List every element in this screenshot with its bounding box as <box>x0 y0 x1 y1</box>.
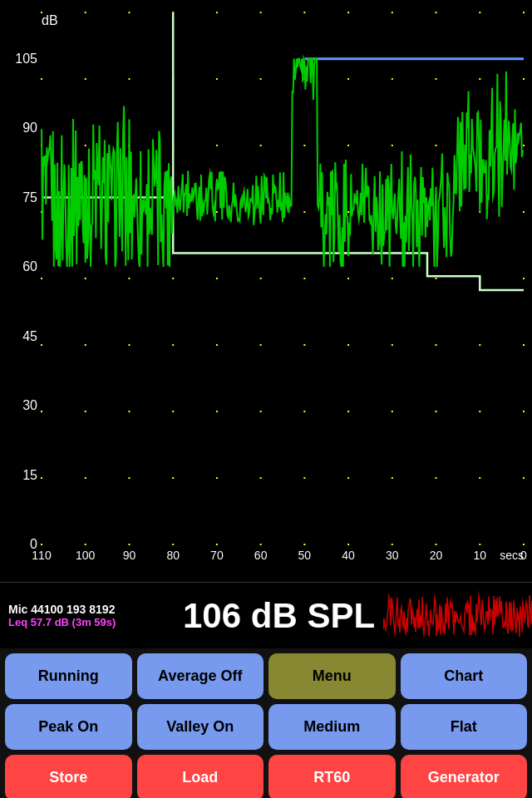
flat-button[interactable]: Flat <box>401 704 528 750</box>
button-area: Running Average Off Menu Chart Peak On V… <box>0 648 532 798</box>
menu-button[interactable]: Menu <box>268 653 396 699</box>
running-button[interactable]: Running <box>5 653 132 699</box>
button-row-3: Store Load RT60 Generator <box>5 755 527 798</box>
leq-line: Leq 57.7 dB (3m 59s) <box>8 616 175 628</box>
waveform-mini <box>383 587 532 645</box>
chart-area <box>0 0 532 582</box>
button-row-2: Peak On Valley On Medium Flat <box>5 704 527 750</box>
spl-display: 106 dB SPL <box>183 596 375 636</box>
rt60-button[interactable]: RT60 <box>268 755 396 798</box>
button-row-1: Running Average Off Menu Chart <box>5 653 527 699</box>
store-button[interactable]: Store <box>5 755 132 798</box>
peak-on-button[interactable]: Peak On <box>5 704 132 750</box>
valley-on-button[interactable]: Valley On <box>137 704 264 750</box>
medium-button[interactable]: Medium <box>268 704 396 750</box>
generator-button[interactable]: Generator <box>401 755 528 798</box>
info-bar: Mic 44100 193 8192 Leq 57.7 dB (3m 59s) … <box>0 582 532 648</box>
load-button[interactable]: Load <box>137 755 264 798</box>
average-off-button[interactable]: Average Off <box>137 653 264 699</box>
chart-canvas <box>0 0 532 582</box>
mic-info: Mic 44100 193 8192 Leq 57.7 dB (3m 59s) <box>8 603 175 628</box>
chart-button[interactable]: Chart <box>401 653 528 699</box>
mic-line: Mic 44100 193 8192 <box>8 603 175 616</box>
